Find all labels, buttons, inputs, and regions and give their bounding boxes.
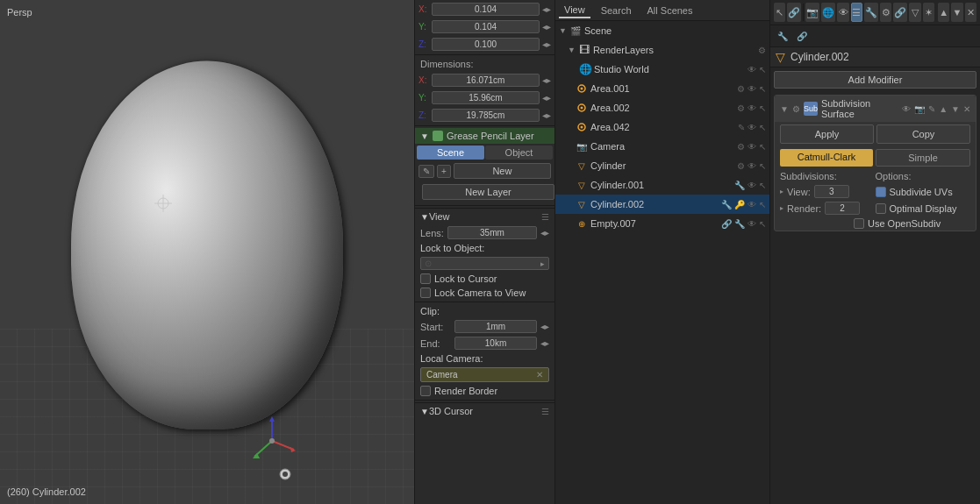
sw-cursor-icon[interactable]: ↖ (759, 65, 766, 75)
z-value[interactable]: 0.100 (432, 38, 540, 51)
cylinder-cursor-icon[interactable]: ↖ (759, 161, 766, 171)
rl-settings-icon[interactable]: ⚙ (758, 46, 766, 55)
cylinder-eye-icon[interactable]: 👁 (748, 161, 756, 171)
empty007-tool-icon[interactable]: 🔧 (734, 219, 745, 229)
lock-camera-row[interactable]: Lock Camera to View (415, 286, 554, 300)
view-value[interactable]: 3 (814, 185, 849, 198)
tool-icon-up[interactable]: ▲ (938, 3, 949, 22)
new-button[interactable]: New (454, 163, 551, 179)
area001-cursor-icon[interactable]: ↖ (759, 84, 766, 94)
dim-y-value[interactable]: 15.96cm (432, 91, 540, 104)
cyl001-tool-icon[interactable]: 🔧 (734, 181, 745, 190)
scene-expand-arrow[interactable]: ▼ (559, 26, 567, 35)
outliner-area002-row[interactable]: Area.002 ⚙ 👁 ↖ (555, 98, 769, 117)
tool-icon-object[interactable]: ⚙ (880, 3, 891, 22)
y-value[interactable]: 0.104 (432, 20, 540, 33)
tool-icon-2[interactable]: 🔗 (787, 3, 801, 22)
mod-eye-icon[interactable]: 👁 (902, 104, 911, 114)
optimal-display-checkbox[interactable] (876, 203, 886, 214)
render-border-row[interactable]: Render Border (415, 384, 554, 398)
copy-button[interactable]: Copy (876, 124, 970, 144)
view-section-header[interactable]: ▼ View ☰ (415, 208, 554, 224)
lock-cursor-checkbox[interactable] (420, 273, 431, 284)
cylinder-settings-icon[interactable]: ⚙ (737, 161, 745, 171)
dim-x-value[interactable]: 16.071cm (432, 74, 540, 87)
viewport-3d[interactable] (0, 0, 414, 504)
add-modifier-button[interactable]: Add Modifier (774, 71, 976, 89)
add-icon-btn[interactable]: + (437, 165, 451, 178)
dim-z-value[interactable]: 19.785cm (432, 109, 540, 122)
tool-icon-down[interactable]: ▼ (951, 3, 962, 22)
outliner-scene-row[interactable]: ▼ 🎬 Scene (555, 21, 769, 40)
area001-eye-icon[interactable]: 👁 (748, 84, 756, 94)
outliner-area001-row[interactable]: Area.001 ⚙ 👁 ↖ (555, 79, 769, 98)
area042-eye-icon[interactable]: 👁 (748, 123, 756, 132)
sw-eye-icon[interactable]: 👁 (748, 65, 756, 75)
outliner-area042-row[interactable]: Area.042 ✎ 👁 ↖ (555, 117, 769, 137)
lock-object-picker[interactable]: ⊙ ▸ (420, 257, 549, 270)
lens-value[interactable]: 35mm (447, 226, 537, 239)
object-tab[interactable]: Object (485, 146, 553, 160)
apply-button[interactable]: Apply (780, 124, 874, 144)
render-value[interactable]: 2 (825, 202, 860, 215)
outliner-empty007-row[interactable]: ⊕ Empty.007 🔗 🔧 👁 ↖ (555, 214, 769, 233)
tool-icon-1[interactable]: ↖ (774, 3, 785, 22)
mod-up-icon[interactable]: ▲ (939, 104, 948, 114)
camera-settings-icon[interactable]: ⚙ (737, 142, 745, 152)
outliner-tab-search[interactable]: Search (596, 4, 637, 18)
cyl001-eye-icon[interactable]: 👁 (748, 181, 756, 190)
cyl001-cursor-icon[interactable]: ↖ (759, 181, 766, 190)
sub-icon-2[interactable]: 🔗 (793, 27, 811, 45)
outliner-studio-world-row[interactable]: 🌐 Studio World 👁 ↖ (555, 60, 769, 79)
tool-icon-view[interactable]: 👁 (837, 3, 848, 22)
mod-close-icon[interactable]: ✕ (963, 104, 970, 114)
area002-settings-icon[interactable]: ⚙ (737, 103, 745, 113)
outliner-cylinder-row[interactable]: ▽ Cylinder ⚙ 👁 ↖ (555, 156, 769, 175)
catmull-clark-btn[interactable]: Catmull-Clark (780, 149, 873, 167)
viewport[interactable]: Persp (0, 0, 414, 504)
x-value[interactable]: 0.104 (432, 3, 540, 16)
camera-eye-icon[interactable]: 👁 (748, 142, 756, 152)
sub-icon-1[interactable]: 🔧 (774, 27, 791, 45)
outliner-cylinder002-row[interactable]: ▽ Cylinder.002 🔧 🔑 👁 ↖ (555, 195, 769, 214)
cyl002-tool-icon[interactable]: 🔧 (721, 200, 732, 209)
mod-expand-arrow[interactable]: ▼ (780, 104, 789, 114)
tool-icon-output[interactable]: 🌐 (821, 3, 835, 22)
simple-btn[interactable]: Simple (876, 149, 970, 167)
empty007-link-icon[interactable]: 🔗 (721, 219, 732, 229)
area002-cursor-icon[interactable]: ↖ (759, 103, 766, 113)
cyl002-cursor-icon[interactable]: ↖ (759, 200, 766, 209)
outliner-cylinder001-row[interactable]: ▽ Cylinder.001 🔧 👁 ↖ (555, 175, 769, 195)
cursor-section-header[interactable]: ▼ 3D Cursor ☰ (415, 402, 554, 419)
area001-settings-icon[interactable]: ⚙ (737, 84, 745, 94)
mod-render-icon[interactable]: 📷 (914, 104, 925, 114)
tool-icon-data[interactable]: ▽ (909, 3, 920, 22)
tool-icon-render[interactable]: 📷 (805, 3, 819, 22)
area002-eye-icon[interactable]: 👁 (748, 103, 756, 113)
area042-cursor-icon[interactable]: ↖ (759, 123, 766, 132)
opensubdiv-checkbox[interactable] (854, 218, 864, 229)
tool-icon-scene[interactable]: ☰ (851, 3, 862, 22)
grease-pencil-section[interactable]: ▼ Grease Pencil Layer (415, 128, 554, 144)
mod-settings-icon[interactable]: ⚙ (792, 104, 800, 114)
empty007-eye-icon[interactable]: 👁 (748, 219, 756, 229)
outliner-render-layers-row[interactable]: ▼ 🎞 RenderLayers ⚙ (555, 40, 769, 60)
subdivide-uvs-checkbox[interactable] (876, 187, 886, 197)
mod-edit-icon[interactable]: ✎ (928, 104, 935, 114)
clip-end-value[interactable]: 10km (454, 337, 537, 350)
tool-icon-world[interactable]: 🔧 (864, 3, 878, 22)
cursor-menu-icon[interactable]: ☰ (541, 407, 549, 416)
tool-icon-constraint[interactable]: 🔗 (893, 3, 907, 22)
view-menu-icon[interactable]: ☰ (541, 212, 549, 222)
camera-input[interactable]: Camera ✕ (420, 367, 549, 382)
tool-icon-close[interactable]: ✕ (965, 3, 976, 22)
new-layer-button[interactable]: New Layer (422, 184, 554, 200)
outliner-tab-view[interactable]: View (559, 3, 590, 18)
cyl002-key-icon[interactable]: 🔑 (734, 200, 745, 209)
camera-cursor-icon[interactable]: ↖ (759, 142, 766, 152)
outliner-tab-all-scenes[interactable]: All Scenes (642, 4, 698, 18)
paint-icon-btn[interactable]: ✎ (418, 165, 434, 178)
outliner-camera-row[interactable]: 📷 Camera ⚙ 👁 ↖ (555, 137, 769, 156)
clip-start-value[interactable]: 1mm (454, 320, 537, 333)
rl-expand-arrow[interactable]: ▼ (568, 46, 576, 54)
